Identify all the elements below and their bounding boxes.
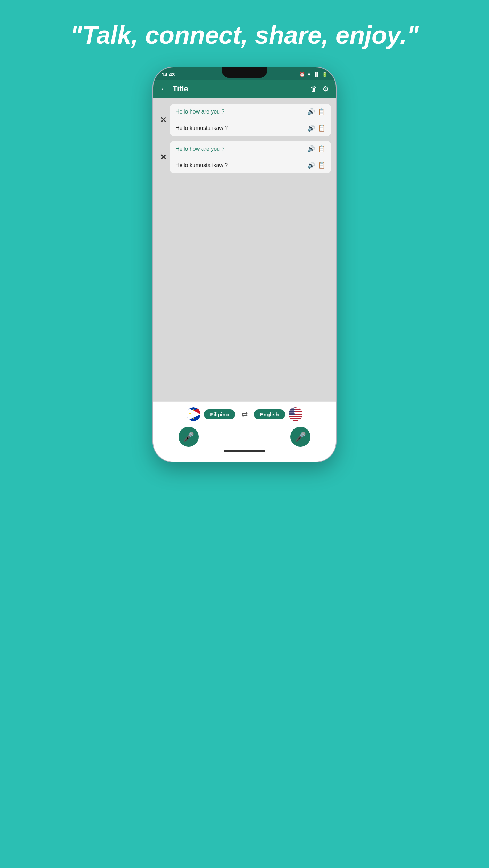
card-2-original-actions: 🔊 📋 [307, 145, 325, 153]
language-row: Filipino ⇄ English [160, 407, 329, 421]
svg-point-3 [193, 418, 194, 419]
filipino-language-button[interactable]: Filipino [204, 409, 235, 419]
english-language-button[interactable]: English [254, 409, 285, 419]
card-2-original-row: Hello how are you ? 🔊 📋 [170, 141, 331, 157]
card-1-translated-text: Hello kumusta ikaw ? [175, 125, 228, 131]
bottom-bar: Filipino ⇄ English [153, 401, 336, 462]
card-2-translated-actions: 🔊 📋 [307, 161, 325, 169]
translation-card-1: ✕ Hello how are you ? 🔊 📋 Hello kumusta … [158, 104, 331, 136]
phone-notch [222, 67, 267, 78]
svg-point-18 [289, 412, 290, 414]
signal-icon: ▐▌ [314, 72, 320, 77]
svg-point-17 [293, 410, 295, 411]
svg-point-20 [293, 412, 295, 414]
card-1-original-copy-icon[interactable]: 📋 [318, 108, 325, 116]
delete-button[interactable]: 🗑 [310, 85, 317, 93]
card-2-translated-row: Hello kumusta ikaw ? 🔊 📋 [170, 157, 331, 173]
svg-rect-10 [289, 419, 302, 420]
svg-point-15 [289, 410, 290, 411]
back-button[interactable]: ← [160, 84, 168, 93]
status-time: 14:43 [161, 72, 175, 77]
card-1-translated-actions: 🔊 📋 [307, 124, 325, 132]
battery-icon: 🔋 [322, 72, 328, 77]
svg-point-13 [291, 408, 292, 409]
card-1-translated-row: Hello kumusta ikaw ? 🔊 📋 [170, 120, 331, 136]
card-2-translated-speaker-icon[interactable]: 🔊 [307, 161, 315, 169]
mic-right-button[interactable]: 🎤 [290, 427, 310, 447]
translation-card-2: ✕ Hello how are you ? 🔊 📋 Hello kumusta … [158, 141, 331, 173]
swap-languages-button[interactable]: ⇄ [241, 410, 248, 419]
us-flag [289, 407, 302, 421]
card-1-original-speaker-icon[interactable]: 🔊 [307, 108, 315, 116]
header-title: Title [173, 84, 188, 93]
close-card-1-button[interactable]: ✕ [160, 116, 166, 125]
philippine-flag [187, 407, 200, 421]
svg-point-16 [291, 410, 292, 411]
card-2-original-text: Hello how are you ? [175, 146, 224, 152]
tagline: "Talk, connect, share, enjoy." [0, 0, 489, 63]
alarm-icon: ⏰ [299, 72, 305, 77]
close-card-2-button[interactable]: ✕ [160, 153, 166, 162]
svg-rect-8 [289, 415, 302, 416]
card-1-body: Hello how are you ? 🔊 📋 Hello kumusta ik… [170, 104, 331, 136]
status-icons: ⏰ ▼ ▐▌ 🔋 [299, 72, 328, 77]
app-header: ← Title 🗑 ⚙ [153, 80, 336, 98]
card-2-original-speaker-icon[interactable]: 🔊 [307, 145, 315, 153]
svg-point-19 [291, 412, 292, 414]
card-1-translated-copy-icon[interactable]: 📋 [318, 124, 325, 132]
card-2-translated-copy-icon[interactable]: 📋 [318, 161, 325, 169]
card-1-translated-speaker-icon[interactable]: 🔊 [307, 124, 315, 132]
mic-row: 🎤 🎤 [160, 427, 329, 447]
svg-point-12 [289, 408, 290, 409]
card-2-translated-text: Hello kumusta ikaw ? [175, 162, 228, 168]
phone-frame: 14:43 ⏰ ▼ ▐▌ 🔋 ← Title 🗑 ⚙ ✕ [152, 67, 337, 462]
chat-area: ✕ Hello how are you ? 🔊 📋 Hello kumusta … [153, 98, 336, 401]
settings-button[interactable]: ⚙ [323, 85, 329, 93]
svg-rect-9 [289, 417, 302, 418]
card-1-original-row: Hello how are you ? 🔊 📋 [170, 104, 331, 120]
wifi-icon: ▼ [307, 72, 312, 77]
card-2-original-copy-icon[interactable]: 📋 [318, 145, 325, 153]
home-indicator [224, 450, 265, 452]
card-1-original-actions: 🔊 📋 [307, 108, 325, 116]
card-1-original-text: Hello how are you ? [175, 109, 224, 115]
mic-left-button[interactable]: 🎤 [179, 427, 199, 447]
header-right: 🗑 ⚙ [310, 85, 329, 93]
svg-point-2 [193, 409, 194, 411]
svg-point-14 [293, 408, 295, 409]
card-2-body: Hello how are you ? 🔊 📋 Hello kumusta ik… [170, 141, 331, 173]
header-left: ← Title [160, 84, 188, 93]
